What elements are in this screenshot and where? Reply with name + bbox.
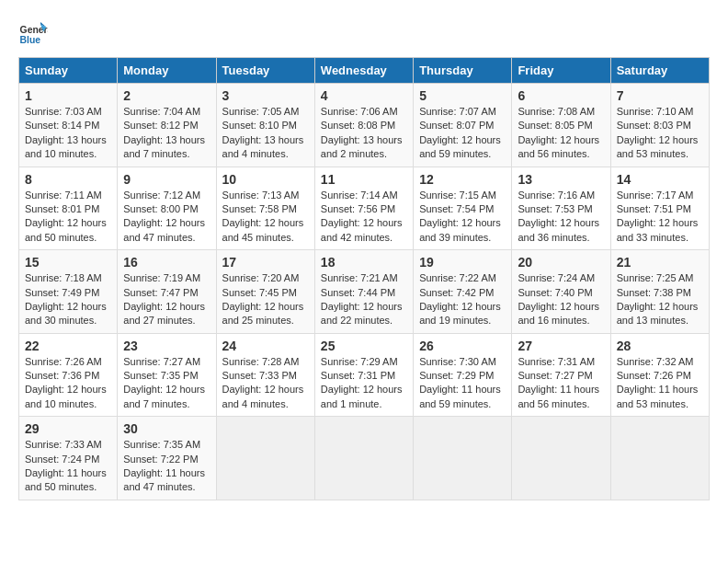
day-number: 13 [518,172,604,187]
day-number: 22 [25,339,111,353]
day-number: 15 [25,255,111,270]
cell-content: Sunrise: 7:16 AM Sunset: 7:53 PM Dayligh… [518,189,604,246]
daylight-label: Daylight: 12 hours and 47 minutes. [123,217,205,242]
sunset-label: Sunset: 8:10 PM [222,120,297,131]
cell-content: Sunrise: 7:20 AM Sunset: 7:45 PM Dayligh… [222,271,309,328]
sunset-label: Sunset: 7:38 PM [617,287,691,298]
sunrise-label: Sunrise: 7:22 AM [419,272,496,283]
sunrise-label: Sunrise: 7:13 AM [222,190,300,201]
daylight-label: Daylight: 12 hours and 36 minutes. [518,217,599,242]
sunrise-label: Sunrise: 7:15 AM [419,190,496,201]
cell-content: Sunrise: 7:31 AM Sunset: 7:27 PM Dayligh… [518,355,604,412]
header-day-friday: Friday [512,58,610,84]
sunset-label: Sunset: 7:26 PM [617,370,691,381]
calendar-cell: 29 Sunrise: 7:33 AM Sunset: 7:24 PM Dayl… [19,417,118,500]
header-row: SundayMondayTuesdayWednesdayThursdayFrid… [19,58,710,84]
calendar-cell: 3 Sunrise: 7:05 AM Sunset: 8:10 PM Dayli… [216,84,314,167]
daylight-label: Daylight: 13 hours and 2 minutes. [321,134,403,159]
day-number: 23 [123,339,210,353]
cell-content: Sunrise: 7:15 AM Sunset: 7:54 PM Dayligh… [419,189,506,246]
calendar-cell: 7 Sunrise: 7:10 AM Sunset: 8:03 PM Dayli… [610,84,709,167]
cell-content: Sunrise: 7:21 AM Sunset: 7:44 PM Dayligh… [321,271,407,328]
header-day-sunday: Sunday [19,58,118,84]
header-day-tuesday: Tuesday [216,58,314,84]
daylight-label: Daylight: 12 hours and 42 minutes. [321,217,403,242]
daylight-label: Daylight: 12 hours and 33 minutes. [617,217,699,242]
sunrise-label: Sunrise: 7:04 AM [123,106,200,117]
sunrise-label: Sunrise: 7:18 AM [25,272,102,283]
day-number: 19 [419,255,506,270]
sunset-label: Sunset: 7:49 PM [25,287,99,298]
cell-content: Sunrise: 7:32 AM Sunset: 7:26 PM Dayligh… [617,355,703,412]
cell-content: Sunrise: 7:05 AM Sunset: 8:10 PM Dayligh… [222,105,309,162]
week-row-3: 15 Sunrise: 7:18 AM Sunset: 7:49 PM Dayl… [19,250,710,334]
sunrise-label: Sunrise: 7:27 AM [123,356,200,367]
sunset-label: Sunset: 8:12 PM [123,120,198,131]
daylight-label: Daylight: 12 hours and 10 minutes. [25,384,107,408]
sunrise-label: Sunrise: 7:07 AM [419,106,496,117]
sunset-label: Sunset: 8:03 PM [617,120,691,131]
calendar-cell: 27 Sunrise: 7:31 AM Sunset: 7:27 PM Dayl… [512,333,610,417]
sunrise-label: Sunrise: 7:26 AM [25,356,102,367]
sunset-label: Sunset: 7:54 PM [419,203,494,214]
daylight-label: Daylight: 12 hours and 13 minutes. [617,301,699,326]
sunset-label: Sunset: 8:05 PM [518,120,592,131]
day-number: 24 [222,339,309,353]
sunset-label: Sunset: 8:08 PM [321,120,395,131]
sunset-label: Sunset: 8:14 PM [25,120,99,131]
day-number: 18 [321,255,407,270]
day-number: 3 [222,88,309,103]
sunrise-label: Sunrise: 7:28 AM [222,356,300,367]
day-number: 25 [321,339,407,353]
sunrise-label: Sunrise: 7:16 AM [518,190,595,201]
week-row-1: 1 Sunrise: 7:03 AM Sunset: 8:14 PM Dayli… [19,84,710,167]
calendar-cell: 24 Sunrise: 7:28 AM Sunset: 7:33 PM Dayl… [216,333,314,417]
cell-content: Sunrise: 7:24 AM Sunset: 7:40 PM Dayligh… [518,271,604,328]
day-number: 5 [419,88,506,103]
day-number: 29 [25,421,111,436]
calendar-cell [610,417,709,500]
daylight-label: Daylight: 12 hours and 45 minutes. [222,217,304,242]
sunset-label: Sunset: 7:47 PM [123,287,198,298]
daylight-label: Daylight: 12 hours and 4 minutes. [222,384,304,408]
sunrise-label: Sunrise: 7:10 AM [617,106,694,117]
calendar-cell: 16 Sunrise: 7:19 AM Sunset: 7:47 PM Dayl… [118,250,216,334]
daylight-label: Daylight: 12 hours and 30 minutes. [25,301,107,326]
page-header: General Blue [18,18,710,48]
daylight-label: Daylight: 13 hours and 7 minutes. [123,134,205,159]
header-day-monday: Monday [118,58,216,84]
sunrise-label: Sunrise: 7:25 AM [617,272,694,283]
calendar-cell: 21 Sunrise: 7:25 AM Sunset: 7:38 PM Dayl… [610,250,709,334]
sunset-label: Sunset: 7:35 PM [123,370,198,381]
day-number: 1 [25,88,111,103]
cell-content: Sunrise: 7:35 AM Sunset: 7:22 PM Dayligh… [123,438,210,495]
calendar-cell: 4 Sunrise: 7:06 AM Sunset: 8:08 PM Dayli… [314,84,413,167]
header-day-thursday: Thursday [414,58,512,84]
calendar-cell: 26 Sunrise: 7:30 AM Sunset: 7:29 PM Dayl… [414,333,512,417]
cell-content: Sunrise: 7:19 AM Sunset: 7:47 PM Dayligh… [123,271,210,328]
sunset-label: Sunset: 7:53 PM [518,203,592,214]
daylight-label: Daylight: 12 hours and 50 minutes. [25,217,107,242]
daylight-label: Daylight: 12 hours and 27 minutes. [123,301,205,326]
cell-content: Sunrise: 7:06 AM Sunset: 8:08 PM Dayligh… [321,105,407,162]
calendar-cell: 5 Sunrise: 7:07 AM Sunset: 8:07 PM Dayli… [414,84,512,167]
cell-content: Sunrise: 7:25 AM Sunset: 7:38 PM Dayligh… [617,271,703,328]
cell-content: Sunrise: 7:28 AM Sunset: 7:33 PM Dayligh… [222,355,309,412]
daylight-label: Daylight: 12 hours and 1 minute. [321,384,403,408]
daylight-label: Daylight: 12 hours and 39 minutes. [419,217,501,242]
header-day-wednesday: Wednesday [314,58,413,84]
cell-content: Sunrise: 7:14 AM Sunset: 7:56 PM Dayligh… [321,189,407,246]
day-number: 12 [419,172,506,187]
sunset-label: Sunset: 7:44 PM [321,287,395,298]
calendar-cell: 13 Sunrise: 7:16 AM Sunset: 7:53 PM Dayl… [512,167,610,250]
daylight-label: Daylight: 11 hours and 53 minutes. [617,384,699,408]
sunset-label: Sunset: 7:31 PM [321,370,395,381]
sunrise-label: Sunrise: 7:06 AM [321,106,398,117]
calendar-cell: 9 Sunrise: 7:12 AM Sunset: 8:00 PM Dayli… [118,167,216,250]
logo: General Blue [18,18,51,48]
daylight-label: Daylight: 11 hours and 59 minutes. [419,384,501,408]
sunset-label: Sunset: 7:36 PM [25,370,99,381]
sunrise-label: Sunrise: 7:24 AM [518,272,595,283]
calendar-cell [216,417,314,500]
sunset-label: Sunset: 7:42 PM [419,287,494,298]
